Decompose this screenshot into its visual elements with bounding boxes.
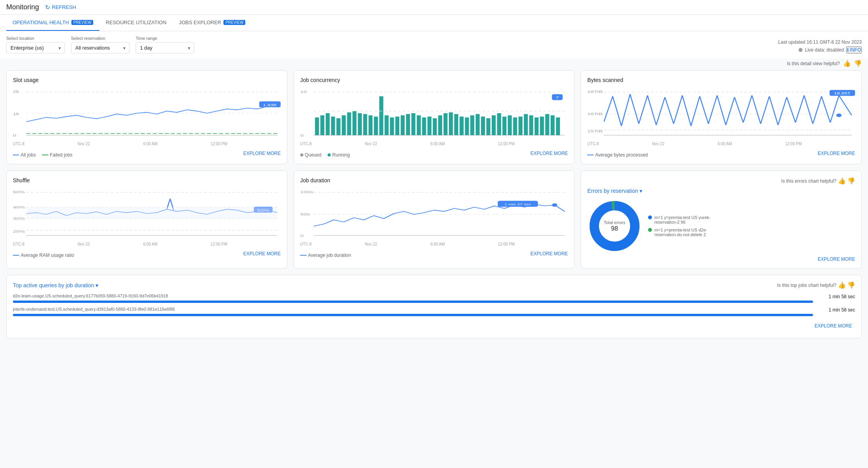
top-queries-helpful: Is this top jobs chart helpful? 👍 👎 [777,281,855,289]
errors-helpful-question: Is this errors chart helpful? [781,178,836,184]
svg-rect-55 [540,117,544,135]
legend-all-jobs: All jobs [13,152,36,158]
info-button[interactable]: ℹ INFO [846,46,862,53]
job-duration-legend: Average job duration [300,253,351,258]
top-queries-card: Top active queries by job duration ▾ Is … [6,275,862,338]
job-concurrency-explore-more[interactable]: EXPLORE MORE [530,151,568,156]
svg-text:50s: 50s [300,212,310,216]
svg-text:18.95T: 18.95T [834,92,851,95]
svg-rect-34 [427,117,431,135]
slot-usage-explore-more[interactable]: EXPLORE MORE [243,151,281,156]
shuffle-title: Shuffle [13,177,281,183]
live-data-row: Live data: disabled ℹ INFO [799,46,862,53]
legend-dot-blue [648,215,652,219]
donut-legend: m=1 y=premia-test US yurek-reservation-2… [648,215,710,237]
svg-rect-14 [320,115,324,135]
errors-thumbs-down[interactable]: 👎 [847,177,855,185]
query-row-0: d2e-team-usage.US.scheduled_query.6177b0… [13,294,855,303]
job-concurrency-footer: Queued Running EXPLORE MORE [300,149,568,158]
refresh-icon: ↻ [45,4,50,11]
svg-rect-30 [406,114,410,135]
job-concurrency-card: Job concurrency 10 0 [294,70,575,164]
top-queries-thumbs-up[interactable]: 👍 [838,281,846,289]
filters-row: Select location Enterprise (us) Select r… [0,31,868,58]
tab-label-operational: OPERATIONAL HEALTH [12,20,69,25]
query-duration-0: 1 min 58 sec [829,294,855,299]
svg-text:40%: 40% [13,205,25,209]
tab-badge-jobs: PREVIEW [223,20,245,25]
top-queries-thumbs-down[interactable]: 👎 [847,281,855,289]
bytes-scanned-explore-more[interactable]: EXPLORE MORE [818,151,855,156]
svg-rect-42 [470,115,474,135]
thumbs-down-button[interactable]: 👎 [854,60,862,67]
svg-rect-29 [400,115,404,135]
time-range-select-wrapper: 1 day [136,42,194,53]
job-duration-x-axis: UTC-8Nov 226:00 AM12:00 PM [300,242,568,246]
refresh-button[interactable]: ↻ REFRESH [45,4,76,11]
svg-rect-18 [342,115,345,135]
refresh-label: REFRESH [52,4,76,10]
slot-usage-title: Slot usage [13,77,281,83]
time-range-select[interactable]: 1 day [136,42,194,53]
shuffle-chart: 60% 40% 30% 20% 52% [13,188,281,239]
svg-text:15TiB: 15TiB [587,129,603,133]
filters-left: Select location Enterprise (us) Select r… [6,36,194,53]
svg-text:16TiB: 16TiB [587,112,603,116]
svg-rect-37 [443,113,447,135]
tab-resource-utilization[interactable]: RESOURCE UTILIZATION [99,15,173,31]
legend-avg-bytes: Average bytes processed [587,152,648,158]
reservation-select-wrapper: All reservations [71,42,129,53]
location-filter: Select location Enterprise (us) [6,36,65,53]
svg-rect-54 [534,117,538,135]
errors-card: Is this errors chart helpful? 👍 👎 Errors… [581,171,862,269]
svg-rect-26 [384,115,388,135]
svg-text:1k: 1k [13,112,19,116]
svg-text:98: 98 [611,225,618,232]
svg-text:1.93K: 1.93K [263,103,277,107]
errors-header: Is this errors chart helpful? 👍 👎 [587,177,855,185]
tab-jobs-explorer[interactable]: JOBS EXPLORER PREVIEW [173,15,252,31]
location-select[interactable]: Enterprise (us) [6,42,65,53]
shuffle-explore-more[interactable]: EXPLORE MORE [243,251,281,256]
donut-container: Total errors 98 m=1 y=premia-test US yur… [587,199,855,253]
svg-text:60%: 60% [13,190,25,194]
svg-text:0: 0 [300,133,304,137]
top-queries-explore-more[interactable]: EXPLORE MORE [815,323,852,329]
legend-queued: Queued [300,152,322,158]
tab-operational-health[interactable]: OPERATIONAL HEALTH PREVIEW [6,15,99,31]
svg-point-72 [836,114,842,117]
svg-rect-39 [454,114,458,135]
svg-rect-27 [390,117,394,135]
svg-rect-17 [336,118,340,135]
svg-text:0: 0 [13,133,16,137]
svg-rect-46 [492,115,496,135]
reservation-select[interactable]: All reservations [71,42,129,53]
errors-dimension[interactable]: reservation ▾ [611,188,642,194]
top-queries-dimension[interactable]: job duration ▾ [66,282,98,288]
svg-rect-47 [497,113,501,135]
thumbs-up-button[interactable]: 👍 [843,60,851,67]
donut-chart: Total errors 98 [587,199,642,253]
info-label: INFO [850,47,861,53]
svg-rect-16 [331,117,335,135]
svg-rect-48 [502,117,506,135]
job-duration-explore-more[interactable]: EXPLORE MORE [530,251,568,256]
svg-rect-40 [459,117,463,135]
tab-badge-operational: PREVIEW [71,20,93,25]
legend-dot-green [648,228,652,232]
query-row-1: jnterfe-ondemand.test.US.scheduled_query… [13,307,855,316]
svg-rect-25 [379,96,383,135]
errors-thumbs-up[interactable]: 👍 [838,177,846,185]
charts-row-1: Slot usage 2k 1k 0 [6,70,862,164]
bytes-scanned-chart: 18TiB 16TiB 15TiB 18.95T [587,88,855,139]
errors-explore-more[interactable]: EXPLORE MORE [818,256,855,262]
job-duration-chart: 100s 50s 0 1 min 27 sec [300,188,568,239]
slot-usage-footer: All jobs Failed jobs EXPLORE MORE [13,149,281,158]
svg-text:18TiB: 18TiB [587,89,603,94]
app-title: Monitoring [6,3,39,11]
bytes-scanned-title: Bytes scanned [587,77,855,83]
svg-rect-50 [513,117,517,135]
query-label-0: d2e-team-usage.US.scheduled_query.6177b0… [13,294,168,298]
top-bar: Monitoring ↻ REFRESH [0,0,868,15]
job-duration-title: Job duration [300,177,568,183]
